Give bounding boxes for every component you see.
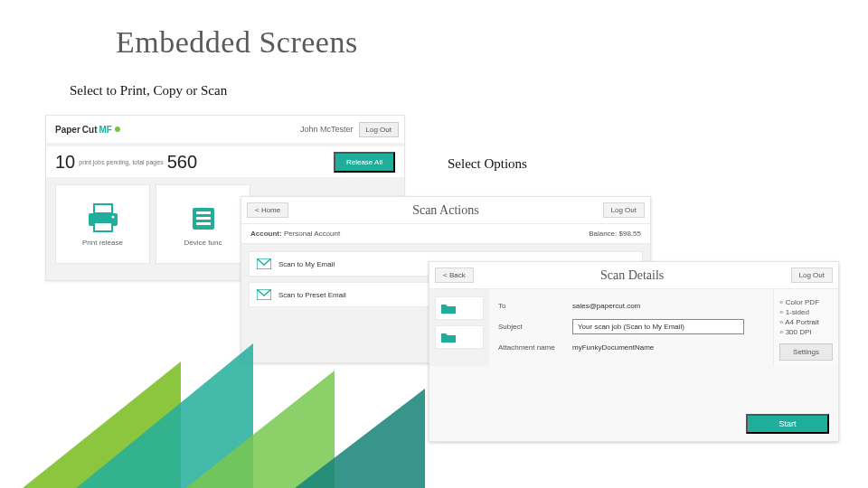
caption-select-options: Select Options <box>448 156 527 172</box>
jobs-count: 10 <box>55 152 75 173</box>
print-release-card[interactable]: Print release <box>55 184 150 264</box>
device-func-label: Device func <box>184 239 222 247</box>
account-key: Account: <box>250 230 282 238</box>
attachment-value: myFunkyDocumentName <box>572 343 654 352</box>
folder-icon <box>441 332 456 343</box>
logout-button[interactable]: Log Out <box>791 267 833 283</box>
output-option: Color PDF <box>779 298 833 306</box>
current-user: John McTester <box>300 125 354 134</box>
balance-key: Balance: <box>589 230 617 238</box>
release-all-button[interactable]: Release All <box>334 152 395 173</box>
logout-button[interactable]: Log Out <box>603 202 645 218</box>
decorative-triangle <box>271 389 425 488</box>
folder-tile[interactable] <box>435 325 484 349</box>
caption-select-action: Select to Print, Copy or Scan <box>70 83 227 99</box>
device-functions-card[interactable]: Device func <box>156 184 250 264</box>
to-label: To <box>498 302 572 310</box>
svg-point-0 <box>115 127 120 132</box>
home-button[interactable]: < Home <box>247 202 288 218</box>
papercut-logo: PaperCutMF <box>55 125 121 135</box>
svg-rect-6 <box>196 211 211 214</box>
svg-rect-3 <box>94 222 112 231</box>
output-option: A4 Portrait <box>779 318 833 326</box>
panel-scan-details: < Back Scan Details Log Out To sales@pap… <box>429 261 839 442</box>
to-value: sales@papercut.com <box>572 302 640 310</box>
page-title: Embedded Screens <box>116 25 358 60</box>
svg-rect-8 <box>196 222 211 225</box>
svg-rect-7 <box>196 217 211 220</box>
scan-actions-title: Scan Actions <box>412 203 479 218</box>
attachment-label: Attachment name <box>498 343 572 352</box>
jobs-label: print jobs pending, total pages <box>79 159 163 165</box>
output-option: 1-sided <box>779 308 833 316</box>
balance-value: $98.55 <box>619 230 641 238</box>
account-value: Personal Account <box>284 230 340 238</box>
scan-to-my-email-label: Scan to My Email <box>278 260 335 268</box>
subject-input[interactable] <box>572 319 744 334</box>
folder-icon <box>441 303 456 314</box>
start-button[interactable]: Start <box>746 414 829 434</box>
scan-details-title: Scan Details <box>600 268 664 283</box>
copier-icon <box>184 202 223 233</box>
svg-rect-2 <box>94 204 112 213</box>
logout-button[interactable]: Log Out <box>359 122 399 137</box>
back-button[interactable]: < Back <box>435 267 474 283</box>
scan-to-preset-email-label: Scan to Preset Email <box>278 291 346 299</box>
output-option: 300 DPI <box>779 328 833 336</box>
subject-label: Subject <box>498 323 572 331</box>
envelope-icon <box>257 258 271 269</box>
pages-count: 560 <box>167 152 197 173</box>
print-release-label: Print release <box>82 239 123 247</box>
svg-point-4 <box>111 215 114 218</box>
settings-button[interactable]: Settings <box>779 343 833 361</box>
leaf-icon <box>114 126 121 133</box>
printer-icon <box>83 202 123 233</box>
folder-tile[interactable] <box>435 296 484 320</box>
envelope-icon <box>257 289 271 300</box>
